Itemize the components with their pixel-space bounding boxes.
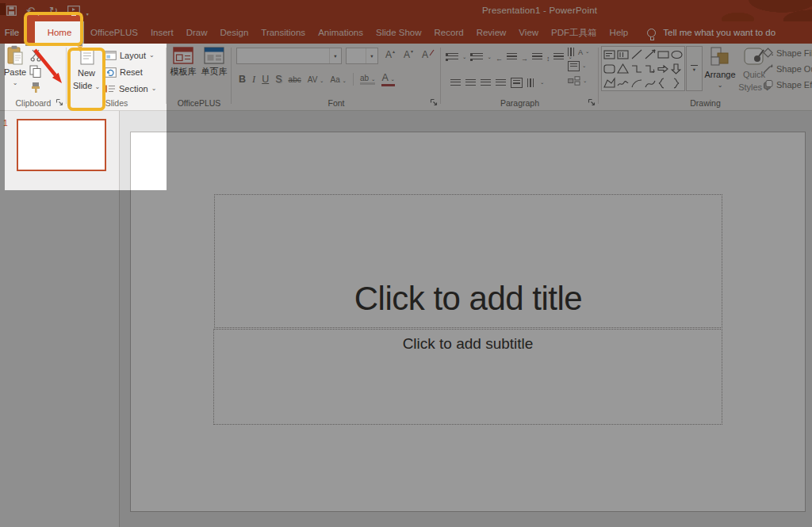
layout-icon xyxy=(105,51,117,60)
clipboard-dialog-launcher-icon[interactable] xyxy=(56,98,63,106)
page-library-button[interactable]: 单页库 xyxy=(199,47,229,77)
layout-button[interactable]: Layout ⌄ xyxy=(105,48,155,63)
shape-effects-button[interactable]: Shape Effects xyxy=(763,79,812,90)
reset-button[interactable]: Reset xyxy=(105,65,143,79)
tell-me-box[interactable]: Tell me what you want to do xyxy=(647,21,776,44)
tab-design[interactable]: Design xyxy=(213,21,255,44)
font-size-dropdown-icon[interactable]: ▾ xyxy=(366,48,377,63)
character-spacing-dropdown-icon: ⌄ xyxy=(320,78,324,83)
decrease-indent-button[interactable]: ← xyxy=(496,50,503,64)
align-center-button[interactable] xyxy=(465,79,476,87)
text-direction-button[interactable]: A⌄ xyxy=(568,48,589,56)
numbering-dropdown-icon[interactable]: ⌄ xyxy=(487,55,491,60)
font-group-label: Font xyxy=(232,98,441,108)
font-name-dropdown-icon[interactable]: ▾ xyxy=(329,48,341,63)
bold-button[interactable]: B xyxy=(239,74,246,85)
template-library-button[interactable]: 模板库 xyxy=(168,47,198,77)
undo-icon[interactable]: ↶ xyxy=(26,6,35,16)
paragraph-row-2: ⌄ xyxy=(450,78,544,88)
ribbon-tabs: File Home OfficePLUS Insert Draw Design … xyxy=(0,21,812,44)
paragraph-dialog-launcher-icon[interactable] xyxy=(588,98,596,106)
italic-button[interactable]: I xyxy=(252,74,255,86)
slide-thumbnails-panel[interactable]: 1 xyxy=(0,111,120,527)
tab-review[interactable]: Review xyxy=(470,21,513,44)
qat-customize-caret-icon[interactable]: ▾ xyxy=(86,11,89,17)
underline-button[interactable]: U xyxy=(262,74,269,85)
font-size-combo[interactable]: ▾ xyxy=(346,48,378,64)
shape-fill-button[interactable]: Shape Fill xyxy=(763,48,812,58)
slide-number: 1 xyxy=(3,118,8,128)
new-slide-label-2: Slide ⌄ xyxy=(73,81,100,91)
strikethrough-button[interactable]: abc xyxy=(289,75,301,84)
tab-pdf-tools[interactable]: PDF工具箱 xyxy=(545,21,603,44)
arrange-label: Arrange xyxy=(704,70,735,80)
officeplus-group: 模板库 单页库 OfficePLUS xyxy=(167,44,232,110)
shape-outline-button[interactable]: Shape Outline xyxy=(763,63,812,74)
format-painter-button[interactable] xyxy=(29,80,43,94)
line-spacing-button[interactable]: ↕ xyxy=(546,50,550,64)
tab-transitions[interactable]: Transitions xyxy=(255,21,312,44)
align-left-button[interactable] xyxy=(450,79,461,87)
tab-record[interactable]: Record xyxy=(428,21,470,44)
bullets-button[interactable] xyxy=(446,53,458,61)
start-slideshow-icon[interactable] xyxy=(67,6,80,16)
ribbon: Paste ⌄ Clipboard New xyxy=(0,44,812,111)
highlight-color-button[interactable]: ab ⌄ xyxy=(360,74,375,85)
clear-formatting-button[interactable]: A xyxy=(422,49,435,60)
slide-thumbnail-selected[interactable] xyxy=(17,119,106,171)
tab-home[interactable]: Home xyxy=(35,21,84,44)
redo-icon[interactable]: ↻ xyxy=(49,6,58,16)
convert-to-smartart-button[interactable]: ⌄ xyxy=(568,76,589,86)
columns-button[interactable] xyxy=(527,78,535,87)
tab-view[interactable]: View xyxy=(512,21,545,44)
tab-file[interactable]: File xyxy=(0,21,24,44)
undo-dropdown-caret-icon[interactable]: ▾ xyxy=(37,11,40,17)
paragraph-right-column: A⌄ ⌄ ⌄ xyxy=(568,48,589,86)
change-case-button[interactable]: Aa ⌄ xyxy=(331,75,347,84)
new-slide-button[interactable]: New Slide ⌄ xyxy=(69,45,104,91)
subtitle-placeholder[interactable]: Click to add subtitle xyxy=(213,329,722,425)
section-dropdown-icon: ⌄ xyxy=(151,86,157,92)
cut-button[interactable] xyxy=(29,48,43,63)
tab-draw[interactable]: Draw xyxy=(180,21,214,44)
section-button[interactable]: Section ⌄ xyxy=(105,82,156,96)
shape-fill-icon xyxy=(763,48,773,58)
align-text-button[interactable]: ⌄ xyxy=(568,61,589,71)
columns-dropdown-icon[interactable]: ⌄ xyxy=(540,80,544,86)
lightbulb-icon xyxy=(647,29,656,37)
justify-button[interactable] xyxy=(496,79,506,87)
tab-insert[interactable]: Insert xyxy=(144,21,180,44)
font-dialog-launcher-icon[interactable] xyxy=(430,98,438,106)
character-spacing-button[interactable]: AV ⌄ xyxy=(308,75,324,84)
shapes-gallery-scrollbar[interactable]: ▾ xyxy=(686,46,703,91)
text-shadow-button[interactable]: S xyxy=(275,74,282,85)
numbering-button[interactable] xyxy=(470,53,483,61)
page-library-icon xyxy=(204,47,224,64)
save-icon[interactable] xyxy=(6,6,17,16)
font-color-button[interactable]: A ⌄ xyxy=(381,73,395,86)
arrange-button[interactable]: Arrange ⌄ xyxy=(703,47,737,89)
copy-button[interactable] xyxy=(29,64,43,78)
tab-animations[interactable]: Animations xyxy=(312,21,370,44)
align-right-button[interactable] xyxy=(481,79,491,87)
shrink-font-button[interactable]: A▾ xyxy=(404,49,413,60)
reset-icon xyxy=(105,67,117,78)
paragraph-group-label: Paragraph xyxy=(441,98,599,108)
slide-canvas[interactable]: Click to add title Click to add subtitle xyxy=(130,132,806,512)
grow-font-button[interactable]: A▴ xyxy=(385,49,395,60)
arrange-icon xyxy=(710,47,730,67)
section-icon xyxy=(105,84,116,94)
shape-effects-label: Shape Effects xyxy=(776,80,812,90)
page-library-label: 单页库 xyxy=(201,67,228,77)
tab-help[interactable]: Help xyxy=(603,21,635,44)
title-placeholder[interactable]: Click to add title xyxy=(214,194,722,328)
bullets-dropdown-icon[interactable]: ⌄ xyxy=(462,55,466,60)
paste-button[interactable]: Paste ⌄ xyxy=(2,45,29,86)
increase-indent-button[interactable]: → xyxy=(521,50,528,64)
distribute-button[interactable] xyxy=(511,78,523,88)
tab-officeplus[interactable]: OfficePLUS xyxy=(84,21,144,44)
slides-group-label: Slides xyxy=(67,98,167,108)
tab-slide-show[interactable]: Slide Show xyxy=(370,21,428,44)
shapes-gallery[interactable] xyxy=(601,46,685,91)
font-name-combo[interactable]: ▾ xyxy=(236,48,342,64)
